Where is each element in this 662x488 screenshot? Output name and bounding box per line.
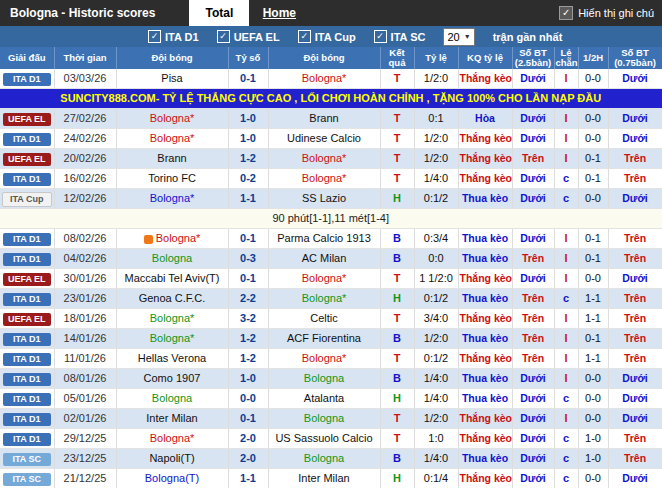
home-team-name[interactable]: Bologna bbox=[152, 392, 192, 404]
away-team[interactable]: Parma Calcio 1913 bbox=[268, 229, 380, 249]
match-row[interactable]: ITA D108/01/26Como 19071-0BolognaB1/4:0T… bbox=[0, 369, 662, 389]
home-team-name[interactable]: Hellas Verona bbox=[138, 352, 207, 364]
away-team[interactable]: Brann bbox=[268, 109, 380, 129]
match-row[interactable]: ITA D114/01/26Bologna*1-2ACF FiorentinaB… bbox=[0, 329, 662, 349]
home-team[interactable]: Torino FC bbox=[116, 169, 228, 189]
home-team-name[interactable]: Bologna* bbox=[150, 132, 195, 144]
away-team-name[interactable]: Atalanta bbox=[304, 392, 344, 404]
away-team[interactable]: Bologna bbox=[268, 409, 380, 429]
match-row[interactable]: ITA D103/03/26Pisa0-1Bologna*T1/2:0Thắng… bbox=[0, 69, 662, 89]
home-team[interactable]: Bologna* bbox=[116, 189, 228, 209]
away-team[interactable]: Bologna* bbox=[268, 169, 380, 189]
checkbox-icon[interactable]: ✓ bbox=[298, 30, 311, 43]
match-row[interactable]: ITA D104/02/26Bologna0-3AC MilanB0:0Thua… bbox=[0, 249, 662, 269]
home-team-name[interactable]: Bologna* bbox=[150, 332, 195, 344]
home-team-name[interactable]: Bologna* bbox=[150, 432, 195, 444]
home-team-name[interactable]: Torino FC bbox=[148, 172, 196, 184]
away-team-name[interactable]: Bologna* bbox=[302, 292, 347, 304]
match-count-select[interactable]: 20 ▼ bbox=[443, 28, 474, 46]
away-team-name[interactable]: AC Milan bbox=[302, 252, 347, 264]
away-team[interactable]: Bologna* bbox=[268, 149, 380, 169]
match-row[interactable]: ITA D111/01/26Hellas Verona1-2Bologna*T0… bbox=[0, 349, 662, 369]
away-team[interactable]: Inter Milan bbox=[268, 469, 380, 488]
away-team-name[interactable]: Bologna* bbox=[302, 72, 347, 84]
show-notes-checkbox-icon[interactable]: ✓ bbox=[559, 6, 573, 20]
tab-total[interactable]: Total bbox=[189, 0, 249, 26]
home-team[interactable]: Maccabi Tel Aviv(T) bbox=[116, 269, 228, 289]
home-team-name[interactable]: Napoli(T) bbox=[149, 452, 194, 464]
match-row[interactable]: UEFA EL18/01/26Bologna*3-2CelticT3/4:0Th… bbox=[0, 309, 662, 329]
home-team-name[interactable]: Bologna* bbox=[150, 192, 195, 204]
away-team-name[interactable]: SS Lazio bbox=[302, 192, 346, 204]
away-team[interactable]: Bologna bbox=[268, 369, 380, 389]
home-team-name[interactable]: Bologna* bbox=[150, 312, 195, 324]
away-team[interactable]: Bologna* bbox=[268, 269, 380, 289]
home-team[interactable]: Pisa bbox=[116, 69, 228, 89]
league-filter-sc[interactable]: ✓ITA SC bbox=[374, 30, 426, 43]
league-filter-d1[interactable]: ✓ITA D1 bbox=[148, 30, 199, 43]
match-row[interactable]: ITA SC23/12/25Napoli(T)2-0BolognaB1/4:0T… bbox=[0, 449, 662, 469]
home-team-name[interactable]: Como 1907 bbox=[144, 372, 201, 384]
match-row[interactable]: UEFA EL20/02/26Brann1-2Bologna*T1/2:0Thắ… bbox=[0, 149, 662, 169]
match-row[interactable]: ITA D108/02/26Bologna*0-1Parma Calcio 19… bbox=[0, 229, 662, 249]
match-row[interactable]: UEFA EL27/02/26Bologna*1-0BrannT0:1HòaDư… bbox=[0, 109, 662, 129]
match-row[interactable]: ITA D123/01/26Genoa C.F.C.2-2Bologna*H0:… bbox=[0, 289, 662, 309]
home-team-name[interactable]: Brann bbox=[157, 152, 186, 164]
home-team[interactable]: Bologna bbox=[116, 389, 228, 409]
away-team-name[interactable]: Parma Calcio 1913 bbox=[277, 232, 371, 244]
promo-banner-row[interactable]: SUNCITY888.COM- TỶ LỆ THẮNG CỰC CAO , LỐ… bbox=[0, 89, 662, 109]
home-team-name[interactable]: Bologna(T) bbox=[145, 472, 199, 484]
away-team-name[interactable]: Bologna* bbox=[302, 352, 347, 364]
match-row[interactable]: ITA D124/02/26Bologna*1-0Udinese CalcioT… bbox=[0, 129, 662, 149]
show-notes-toggle[interactable]: ✓ Hiển thị ghi chú bbox=[559, 6, 662, 20]
home-team-name[interactable]: Bologna* bbox=[150, 112, 195, 124]
home-team-name[interactable]: Genoa C.F.C. bbox=[139, 292, 206, 304]
home-team[interactable]: Inter Milan bbox=[116, 409, 228, 429]
tab-home[interactable]: Home bbox=[249, 0, 309, 26]
away-team-name[interactable]: Brann bbox=[309, 112, 338, 124]
home-team-name[interactable]: Inter Milan bbox=[146, 412, 197, 424]
match-row[interactable]: ITA Cup12/02/26Bologna*1-1SS LazioH0:1/2… bbox=[0, 189, 662, 209]
match-row[interactable]: ITA D102/01/26Inter Milan0-1BolognaT1/2:… bbox=[0, 409, 662, 429]
away-team-name[interactable]: Bologna* bbox=[302, 172, 347, 184]
home-team-name[interactable]: Bologna* bbox=[156, 232, 201, 244]
away-team[interactable]: Bologna bbox=[268, 449, 380, 469]
away-team[interactable]: Celtic bbox=[268, 309, 380, 329]
home-team[interactable]: Bologna* bbox=[116, 229, 228, 249]
home-team-name[interactable]: Bologna bbox=[152, 252, 192, 264]
away-team-name[interactable]: Bologna* bbox=[302, 152, 347, 164]
away-team-name[interactable]: ACF Fiorentina bbox=[287, 332, 361, 344]
home-team[interactable]: Bologna(T) bbox=[116, 469, 228, 488]
match-row[interactable]: ITA D129/12/25Bologna*2-0US Sassuolo Cal… bbox=[0, 429, 662, 449]
league-filter-el[interactable]: ✓UEFA EL bbox=[217, 30, 280, 43]
home-team-name[interactable]: Maccabi Tel Aviv(T) bbox=[125, 272, 220, 284]
home-team[interactable]: Hellas Verona bbox=[116, 349, 228, 369]
away-team-name[interactable]: Bologna* bbox=[302, 272, 347, 284]
away-team[interactable]: Bologna* bbox=[268, 69, 380, 89]
home-team[interactable]: Bologna* bbox=[116, 429, 228, 449]
home-team[interactable]: Como 1907 bbox=[116, 369, 228, 389]
league-filter-cup[interactable]: ✓ITA Cup bbox=[298, 30, 356, 43]
match-row[interactable]: ITA D105/01/26Bologna0-0AtalantaH1/4:0Th… bbox=[0, 389, 662, 409]
away-team[interactable]: Bologna* bbox=[268, 349, 380, 369]
promo-banner-text[interactable]: SUNCITY888.COM- TỶ LỆ THẮNG CỰC CAO , LỐ… bbox=[0, 89, 662, 109]
away-team[interactable]: SS Lazio bbox=[268, 189, 380, 209]
match-row[interactable]: ITA SC21/12/25Bologna(T)1-1Inter MilanH0… bbox=[0, 469, 662, 488]
home-team-name[interactable]: Pisa bbox=[161, 72, 182, 84]
home-team[interactable]: Bologna* bbox=[116, 129, 228, 149]
away-team-name[interactable]: Bologna bbox=[304, 372, 344, 384]
checkbox-icon[interactable]: ✓ bbox=[374, 30, 387, 43]
away-team[interactable]: Atalanta bbox=[268, 389, 380, 409]
checkbox-icon[interactable]: ✓ bbox=[217, 30, 230, 43]
away-team[interactable]: US Sassuolo Calcio bbox=[268, 429, 380, 449]
away-team[interactable]: Bologna* bbox=[268, 289, 380, 309]
away-team[interactable]: AC Milan bbox=[268, 249, 380, 269]
home-team[interactable]: Genoa C.F.C. bbox=[116, 289, 228, 309]
home-team[interactable]: Bologna bbox=[116, 249, 228, 269]
away-team-name[interactable]: Bologna bbox=[304, 452, 344, 464]
home-team[interactable]: Bologna* bbox=[116, 109, 228, 129]
home-team[interactable]: Brann bbox=[116, 149, 228, 169]
away-team[interactable]: Udinese Calcio bbox=[268, 129, 380, 149]
checkbox-icon[interactable]: ✓ bbox=[148, 30, 161, 43]
home-team[interactable]: Napoli(T) bbox=[116, 449, 228, 469]
